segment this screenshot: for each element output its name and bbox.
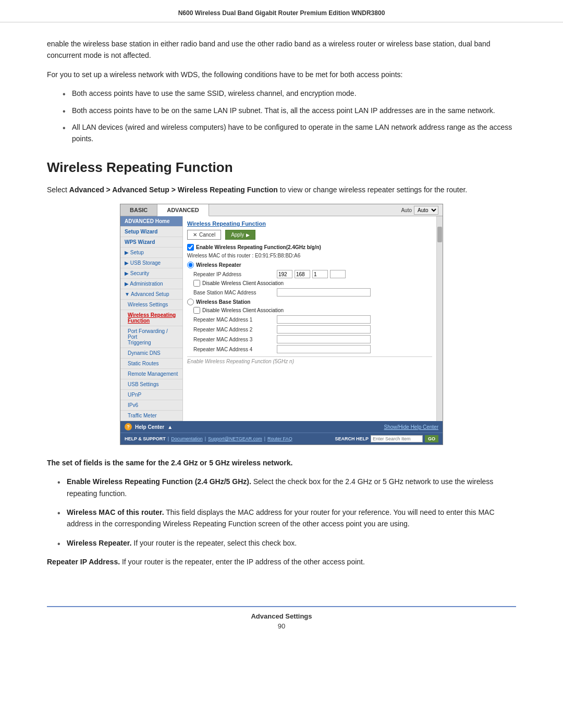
- cancel-button[interactable]: ✕ Cancel: [187, 230, 221, 240]
- nav-static-routes[interactable]: Static Routes: [120, 359, 182, 369]
- help-collapse-icon[interactable]: ▲: [167, 424, 173, 430]
- wireless-repeater-section: Wireless Repeater Repeater IP Address: [187, 262, 432, 297]
- nav-setup[interactable]: ▶ Setup: [120, 248, 182, 258]
- enable-24ghz-row: Enable Wireless Repeating Function(2.4GH…: [187, 244, 432, 251]
- base-station-mac-input[interactable]: [277, 288, 371, 297]
- help-center-label: Help Center: [135, 424, 164, 430]
- intro-bullets: Both access points have to use the same …: [63, 88, 516, 145]
- nav-advanced-setup[interactable]: ▼ Advanced Setup: [120, 289, 182, 300]
- nav-wireless-repeating[interactable]: Wireless RepeatingFunction: [120, 310, 182, 326]
- router-tab-left: BASIC ADVANCED: [120, 204, 209, 216]
- nav-dynamic-dns[interactable]: Dynamic DNS: [120, 348, 182, 359]
- repeater-mac4-row: Repeater MAC Address 4: [187, 345, 432, 353]
- bullet2-bold: Wireless MAC of this router.: [67, 508, 164, 516]
- tab-advanced[interactable]: ADVANCED: [157, 204, 209, 216]
- nav-usb-settings[interactable]: USB Settings: [120, 379, 182, 390]
- disable-client-assoc-checkbox[interactable]: [193, 280, 200, 287]
- apply-arrow-icon: ▶: [246, 232, 250, 238]
- nav-wireless-settings[interactable]: Wireless Settings: [120, 300, 182, 310]
- intro-para2: For you to set up a wireless network wit…: [47, 69, 516, 80]
- repeater-mac2-row: Repeater MAC Address 2: [187, 325, 432, 334]
- router-ui-screenshot: BASIC ADVANCED Auto Auto ADVANCED Home S…: [120, 204, 443, 445]
- search-label: SEARCH HELP: [335, 436, 369, 441]
- repeater-ip-para: Repeater IP Address. If your router is t…: [47, 556, 516, 567]
- page-number: 90: [47, 622, 516, 630]
- wireless-base-radio-row: Wireless Base Station: [187, 299, 432, 305]
- search-input[interactable]: [371, 435, 423, 442]
- body-bullets: Enable Wireless Repeating Function (2.4 …: [57, 476, 516, 549]
- apply-button[interactable]: Apply ▶: [225, 230, 255, 240]
- wireless-repeater-radio[interactable]: [187, 262, 194, 268]
- dropdown-label: Auto: [401, 207, 412, 213]
- nav-security[interactable]: ▶ Security: [120, 268, 182, 279]
- section-divider-text: Enable Wireless Repeating Function (5GHz…: [187, 359, 294, 364]
- nav-usb-storage[interactable]: ▶ USB Storage: [120, 258, 182, 268]
- nav-wps-wizard[interactable]: WPS Wizard: [120, 237, 182, 248]
- support-bar: HELP & SUPPORT | Documentation | Support…: [120, 433, 443, 445]
- repeater-mac3-label: Repeater MAC Address 3: [193, 337, 277, 342]
- ip-octet-4[interactable]: [330, 270, 346, 278]
- footer-label: Advanced Settings: [47, 612, 516, 620]
- repeater-ip-row: Repeater IP Address: [187, 270, 432, 278]
- ip-octet-3[interactable]: [312, 270, 328, 278]
- panel-title: Wireless Repeating Function: [187, 220, 432, 227]
- page-header: N600 Wireless Dual Band Gigabit Router P…: [0, 0, 563, 22]
- disable-client-assoc2-checkbox[interactable]: [193, 307, 200, 314]
- ip-octet-1[interactable]: [277, 270, 292, 278]
- ip-input-group: [277, 270, 346, 278]
- body-bullet-2: Wireless MAC of this router. This field …: [57, 507, 516, 530]
- repeater-mac3-row: Repeater MAC Address 3: [187, 335, 432, 343]
- repeater-mac2-input[interactable]: [277, 325, 371, 334]
- intro-bullet-3: All LAN devices (wired and wireless comp…: [63, 121, 516, 145]
- support-faq-link[interactable]: Router FAQ: [267, 436, 292, 441]
- go-button[interactable]: GO: [425, 435, 438, 442]
- bullet3-bold: Wireless Repeater.: [67, 539, 131, 547]
- bullet1-bold: Enable Wireless Repeating Function (2.4 …: [67, 477, 251, 486]
- body-bullet-3: Wireless Repeater. If your router is the…: [57, 537, 516, 549]
- support-netgear-link[interactable]: Support@NETGEAR.com: [208, 436, 262, 441]
- nav-remote-management[interactable]: Remote Management: [120, 369, 182, 379]
- router-main-panel: Wireless Repeating Function ✕ Cancel App…: [183, 216, 436, 421]
- nav-administration[interactable]: ▶ Administration: [120, 279, 182, 289]
- body-section: The set of fields is the same for the 2.…: [47, 458, 516, 567]
- intro-bullet-1: Both access points have to use the same …: [63, 88, 516, 99]
- nav-advanced-home[interactable]: ADVANCED Home: [120, 216, 182, 227]
- disable-client-assoc-row: Disable Wireless Client Association: [187, 280, 432, 287]
- dropdown-select[interactable]: Auto: [414, 206, 438, 215]
- wireless-repeater-radio-row: Wireless Repeater: [187, 262, 432, 268]
- nav-upnp[interactable]: UPnP: [120, 390, 182, 400]
- wireless-base-section: Wireless Base Station Disable Wireless C…: [187, 299, 432, 353]
- disable-client-assoc2-row: Disable Wireless Client Association: [187, 307, 432, 314]
- repeater-mac3-input[interactable]: [277, 335, 371, 343]
- base-station-mac-label: Base Station MAC Address: [193, 290, 277, 295]
- router-tabs: BASIC ADVANCED Auto Auto: [120, 204, 443, 216]
- header-title: N600 Wireless Dual Band Gigabit Router P…: [178, 9, 385, 17]
- repeater-ip-para-bold: Repeater IP Address.: [47, 558, 120, 566]
- support-label: HELP & SUPPORT: [125, 436, 166, 441]
- scrollbar[interactable]: [436, 216, 443, 421]
- tab-basic[interactable]: BASIC: [120, 204, 157, 216]
- base-station-mac-row: Base Station MAC Address: [187, 288, 432, 297]
- wireless-base-radio[interactable]: [187, 299, 194, 305]
- page-footer: Advanced Settings 90: [47, 606, 516, 630]
- repeater-mac2-label: Repeater MAC Address 2: [193, 327, 277, 332]
- support-doc-link[interactable]: Documentation: [171, 436, 203, 441]
- section-heading: Wireless Repeating Function: [47, 159, 516, 176]
- repeater-ip-para-text: If your router is the repeater, enter th…: [120, 558, 365, 566]
- repeater-ip-label: Repeater IP Address: [193, 272, 277, 277]
- support-separator3: |: [264, 436, 265, 441]
- support-separator1: |: [168, 436, 169, 441]
- fields-same-heading: The set of fields is the same for the 2.…: [47, 458, 516, 468]
- repeater-mac4-input[interactable]: [277, 345, 371, 353]
- nav-ipv6[interactable]: IPv6: [120, 400, 182, 411]
- ip-octet-2[interactable]: [295, 270, 310, 278]
- show-hide-help-link[interactable]: Show/Hide Help Center: [384, 424, 439, 430]
- 5ghz-divider: Enable Wireless Repeating Function (5GHz…: [187, 356, 432, 364]
- nav-setup-wizard[interactable]: Setup Wizard: [120, 227, 182, 237]
- nav-port-forwarding[interactable]: Port Forwarding / PortTriggering: [120, 326, 182, 348]
- cancel-x-icon: ✕: [193, 232, 197, 238]
- enable-24ghz-checkbox[interactable]: [187, 244, 194, 251]
- repeater-mac1-input[interactable]: [277, 315, 371, 324]
- support-left: HELP & SUPPORT | Documentation | Support…: [125, 436, 292, 441]
- nav-traffic-meter[interactable]: Traffic Meter: [120, 411, 182, 421]
